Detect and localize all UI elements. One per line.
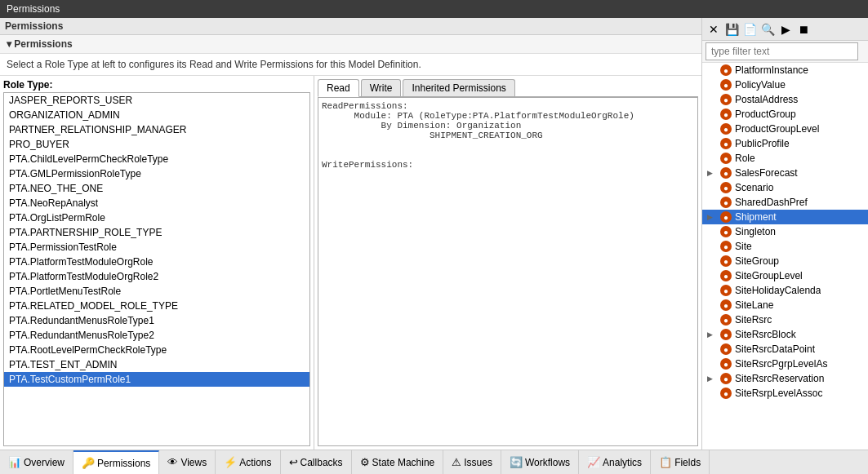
role-list-item[interactable]: PTA.NeoRepAnalyst: [4, 196, 309, 210]
right-list-item[interactable]: ▶●SalesForecast: [702, 166, 868, 180]
role-list-item[interactable]: JASPER_REPORTS_USER: [4, 93, 309, 108]
filter-input[interactable]: [706, 42, 858, 60]
right-toolbar: ✕ 💾 📄 🔍 ▶ ⏹: [702, 18, 868, 41]
tab-inherited-permissions[interactable]: Inherited Permissions: [403, 79, 514, 96]
right-list-item[interactable]: ▶●Shipment: [702, 210, 868, 224]
role-list[interactable]: JASPER_REPORTS_USERORGANIZATION_ADMINPAR…: [4, 93, 309, 445]
role-list-item[interactable]: PTA.RootLevelPermCheckRoleType: [4, 343, 309, 357]
right-list-item[interactable]: ●SiteRsrcDataPoint: [702, 342, 868, 357]
tab-label: Analytics: [603, 457, 642, 468]
toolbar-icon-1[interactable]: ✕: [706, 21, 722, 38]
right-list-item[interactable]: ●SiteRsrc: [702, 312, 868, 327]
role-list-item[interactable]: PTA.TestCustomPermRole1: [4, 372, 309, 387]
right-list-item[interactable]: ●SiteHolidayCalenda: [702, 283, 868, 298]
tab-icon-state machine: ⚙: [360, 456, 370, 468]
right-list-item[interactable]: ●SiteGroupLevel: [702, 268, 868, 283]
role-list-item[interactable]: PTA.PlatformTestModuleOrgRole: [4, 255, 309, 269]
item-label: PolicyValue: [735, 79, 786, 91]
right-list-item[interactable]: ●Singleton: [702, 224, 868, 239]
item-label: PlatformInstance: [735, 64, 808, 76]
item-type-icon: ●: [720, 182, 732, 193]
right-list-item[interactable]: ●SiteLane: [702, 298, 868, 312]
tab-label: Views: [180, 457, 207, 468]
item-type-icon: ●: [720, 343, 732, 355]
item-type-icon: ●: [720, 167, 732, 179]
item-label: SiteRsrcPgrpLevelAs: [735, 358, 827, 370]
role-section: Role Type: JASPER_REPORTS_USERORGANIZATI…: [0, 76, 701, 450]
right-list-item[interactable]: ●SiteRsrpLevelAssoc: [702, 386, 868, 401]
right-list-item[interactable]: ●PublicProfile: [702, 136, 868, 151]
right-list-item[interactable]: ▶●SiteRsrcReservation: [702, 371, 868, 386]
toolbar-icon-6[interactable]: ⏹: [795, 21, 812, 38]
tab-icon-actions: ⚡: [224, 456, 237, 468]
toolbar-icon-3[interactable]: 📄: [741, 21, 758, 38]
bottom-tab-fields[interactable]: 📋Fields: [651, 450, 710, 474]
role-list-item[interactable]: PTA.GMLPermissionRoleType: [4, 166, 309, 181]
item-label: SiteLane: [735, 299, 773, 311]
right-list-item[interactable]: ●SiteGroup: [702, 254, 868, 268]
tab-icon-analytics: 📈: [587, 456, 600, 468]
bottom-tab-issues[interactable]: ⚠Issues: [443, 450, 501, 474]
toolbar-icon-5[interactable]: ▶: [777, 21, 794, 38]
role-list-item[interactable]: PTA.NEO_THE_ONE: [4, 181, 309, 196]
item-type-icon: ●: [720, 388, 732, 399]
tab-icon-views: 👁: [167, 456, 178, 468]
right-list-item[interactable]: ▶●SiteRsrcBlock: [702, 327, 868, 342]
tab-label: Callbacks: [300, 457, 343, 468]
right-list-item[interactable]: ●Role: [702, 151, 868, 166]
expand-arrow-icon[interactable]: ▶: [707, 213, 717, 221]
expand-arrow-icon[interactable]: ▶: [707, 169, 717, 177]
item-label: PublicProfile: [735, 138, 790, 149]
item-label: SiteRsrcBlock: [735, 329, 796, 340]
right-list-item[interactable]: ●SharedDashPref: [702, 195, 868, 210]
expand-arrow-icon[interactable]: ▶: [707, 330, 717, 339]
bottom-tab-workflows[interactable]: 🔄Workflows: [501, 450, 579, 474]
toolbar-icon-4[interactable]: 🔍: [759, 21, 776, 38]
role-list-container: JASPER_REPORTS_USERORGANIZATION_ADMINPAR…: [3, 92, 310, 446]
tab-label: Overview: [24, 457, 65, 468]
role-list-item[interactable]: PTA.PortletMenuTestRole: [4, 284, 309, 299]
tab-write[interactable]: Write: [361, 79, 402, 96]
right-list-item[interactable]: ●PlatformInstance: [702, 63, 868, 78]
role-list-item[interactable]: PTA.ChildLevelPermCheckRoleType: [4, 152, 309, 166]
role-list-item[interactable]: PRO_BUYER: [4, 137, 309, 152]
role-list-item[interactable]: PTA.RELATED_MODEL_ROLE_TYPE: [4, 299, 309, 313]
role-list-item[interactable]: PTA.PermissionTestRole: [4, 240, 309, 255]
item-label: Scenario: [735, 182, 773, 193]
expand-arrow-icon[interactable]: ▶: [707, 374, 717, 383]
bottom-tab-permissions[interactable]: 🔑Permissions: [73, 450, 159, 474]
role-list-item[interactable]: PARTNER_RELATIONSHIP_MANAGER: [4, 122, 309, 137]
bottom-tab-overview[interactable]: 📊Overview: [0, 450, 73, 474]
role-list-item[interactable]: PTA.RedundantMenusRoleType2: [4, 328, 309, 343]
window-title-bar: Permissions: [0, 0, 868, 18]
tabs-bar: ReadWriteInherited Permissions: [318, 79, 698, 97]
role-list-item[interactable]: PTA.TEST_ENT_ADMIN: [4, 357, 309, 372]
right-list-item[interactable]: ●Site: [702, 239, 868, 254]
right-list-item[interactable]: ●SiteRsrcPgrpLevelAs: [702, 357, 868, 371]
tab-icon-issues: ⚠: [452, 456, 461, 468]
role-list-item[interactable]: PTA.PARTNERSHIP_ROLE_TYPE: [4, 225, 309, 240]
item-label: PostalAddress: [735, 94, 798, 105]
tab-icon-fields: 📋: [659, 456, 672, 468]
right-list-item[interactable]: ●Scenario: [702, 180, 868, 195]
bottom-tab-state-machine[interactable]: ⚙State Machine: [352, 450, 444, 474]
item-type-icon: ●: [720, 358, 732, 370]
left-panel: Permissions ▾ Permissions Select a Role …: [0, 18, 702, 450]
item-label: SalesForecast: [735, 167, 798, 179]
bottom-tab-analytics[interactable]: 📈Analytics: [579, 450, 651, 474]
role-list-item[interactable]: PTA.PlatformTestModuleOrgRole2: [4, 269, 309, 284]
role-list-item[interactable]: PTA.OrgListPermRole: [4, 210, 309, 225]
tab-read[interactable]: Read: [318, 79, 359, 97]
right-list-item[interactable]: ●PolicyValue: [702, 78, 868, 92]
item-type-icon: ●: [720, 197, 732, 208]
right-list-item[interactable]: ●ProductGroup: [702, 107, 868, 122]
bottom-tab-views[interactable]: 👁Views: [159, 450, 216, 474]
item-label: ProductGroupLevel: [735, 123, 819, 135]
right-list-item[interactable]: ●PostalAddress: [702, 92, 868, 107]
role-list-item[interactable]: ORGANIZATION_ADMIN: [4, 108, 309, 122]
bottom-tab-actions[interactable]: ⚡Actions: [216, 450, 280, 474]
role-list-item[interactable]: PTA.RedundantMenusRoleType1: [4, 313, 309, 328]
toolbar-icon-2[interactable]: 💾: [723, 21, 740, 38]
right-list-item[interactable]: ●ProductGroupLevel: [702, 122, 868, 136]
bottom-tab-callbacks[interactable]: ↩Callbacks: [281, 450, 352, 474]
